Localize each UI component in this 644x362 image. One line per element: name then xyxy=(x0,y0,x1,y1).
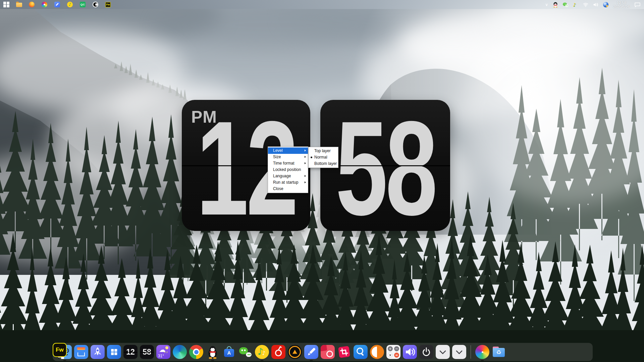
running-indicator xyxy=(58,357,61,358)
dock-app-store[interactable]: A xyxy=(222,345,236,359)
chevron-down-icon xyxy=(436,345,450,359)
dock-power[interactable] xyxy=(419,345,433,359)
minutes-digits: 58 xyxy=(335,101,435,235)
notifications-icon[interactable] xyxy=(634,2,641,7)
media-player-icon xyxy=(93,2,98,7)
drawer-icon xyxy=(77,352,85,356)
submenu-item-bottom-layer[interactable]: Bottom layer xyxy=(309,161,338,167)
dock-wechat[interactable] xyxy=(238,345,253,359)
dock-windows-start[interactable] xyxy=(107,345,121,359)
taskbar-pinwheel-browser[interactable] xyxy=(42,2,48,8)
fireworks-logo-icon: Fw xyxy=(56,344,64,356)
running-indicator xyxy=(211,360,214,361)
dock-chrome-browser[interactable] xyxy=(189,345,203,359)
tray-time: 12:58 xyxy=(613,1,630,5)
taskbar-file-explorer[interactable] xyxy=(16,2,22,8)
dock: 12 58 ☁ ⚡⚡ 31° A ♪ ♪ G xyxy=(53,343,593,361)
dock-screen-recorder[interactable] xyxy=(321,345,335,359)
dock-qq[interactable] xyxy=(206,345,220,359)
flip-clock-minutes-card[interactable]: 58 xyxy=(320,100,450,231)
running-indicator xyxy=(261,360,264,361)
dock-fireworks[interactable]: Fw xyxy=(53,343,67,357)
start-button[interactable] xyxy=(3,2,9,8)
chevron-down-icon xyxy=(452,345,466,359)
dock-search[interactable] xyxy=(354,345,368,359)
tray-wechat-icon[interactable] xyxy=(563,2,568,7)
submenu-arrow-icon xyxy=(305,162,306,164)
music-note-icon: ♪ xyxy=(67,2,73,7)
submenu-item-top-layer[interactable]: Top layer xyxy=(309,148,338,154)
dock-rocket-launcher[interactable] xyxy=(91,345,105,359)
desktop: ♪ QC Fw ∨ ♪ 12:58 2020/6/26 xyxy=(0,0,644,362)
tray-clock[interactable]: 12:58 2020/6/26 xyxy=(613,1,630,9)
plus-icon: + xyxy=(388,346,393,351)
dock-qq-music[interactable]: ♪ ♪ xyxy=(255,345,269,359)
menu-item-size[interactable]: Size xyxy=(268,154,308,160)
equals-icon: = xyxy=(394,353,399,358)
running-indicator xyxy=(63,360,66,361)
level-submenu: Top layer Normal Bottom layer xyxy=(308,147,338,168)
drawer-stripes-icon xyxy=(77,347,85,350)
submenu-item-normal[interactable]: Normal xyxy=(309,154,338,161)
tray-network-globe-icon[interactable] xyxy=(603,2,608,7)
dock-calculator[interactable]: + − × = xyxy=(386,345,400,359)
menu-item-language[interactable]: Language xyxy=(268,173,308,179)
taskbar-notes[interactable] xyxy=(54,2,60,8)
taskbar-qc-app[interactable]: QC xyxy=(80,2,86,8)
tray-qq-icon[interactable] xyxy=(553,2,558,7)
dock-notes[interactable] xyxy=(304,345,318,359)
windows-logo-icon xyxy=(111,349,117,355)
sun-icon xyxy=(165,346,168,349)
dock-weather[interactable]: ☁ ⚡⚡ 31° xyxy=(156,345,170,359)
dock-pinwheel-browser[interactable] xyxy=(475,345,489,359)
windows-logo-icon xyxy=(3,2,9,8)
tray-chevron-icon[interactable]: ∨ xyxy=(545,2,548,7)
dock-separator xyxy=(471,345,471,359)
taskbar-firefox[interactable] xyxy=(29,2,35,8)
submenu-arrow-icon xyxy=(305,156,306,158)
dock-chevron-down-2[interactable] xyxy=(452,345,466,359)
rocket-icon xyxy=(91,345,105,359)
pinwheel-icon xyxy=(42,2,47,7)
pencil-icon xyxy=(304,345,318,359)
menu-item-run-at-startup[interactable]: Run at startup xyxy=(268,179,308,186)
context-menu: Level Size Time format Locked position L… xyxy=(268,146,308,193)
taskbar: ♪ QC Fw ∨ ♪ 12:58 2020/6/26 xyxy=(0,0,644,9)
qc-icon: QC xyxy=(80,2,86,7)
menu-item-close[interactable]: Close xyxy=(268,186,308,192)
tray-date: 2020/6/26 xyxy=(613,5,630,9)
dock-contrast[interactable] xyxy=(370,345,384,359)
multiply-icon: × xyxy=(388,353,393,358)
temperature-label: 31° xyxy=(158,354,164,358)
dock-edge-browser[interactable] xyxy=(173,345,187,359)
taskbar-fireworks[interactable]: Fw xyxy=(105,2,111,8)
volume-icon[interactable] xyxy=(593,2,598,7)
menu-item-level[interactable]: Level xyxy=(268,147,308,154)
menu-item-locked-position[interactable]: Locked position xyxy=(268,167,308,173)
dock-chevron-down[interactable] xyxy=(436,345,450,359)
dock-netease-music[interactable] xyxy=(271,345,285,359)
power-icon xyxy=(419,345,433,359)
appstore-a-icon: A xyxy=(224,349,234,357)
submenu-arrow-icon xyxy=(305,175,306,177)
dock-flip-clock-minutes[interactable]: 58 xyxy=(140,345,154,359)
taskbar-media-player[interactable] xyxy=(93,2,99,8)
flip-split-line xyxy=(320,165,450,166)
tray-music-note-icon[interactable]: ♪ xyxy=(573,2,578,7)
submenu-arrow-icon xyxy=(305,181,306,183)
submenu-arrow-icon xyxy=(305,149,306,152)
fireworks-icon: Fw xyxy=(105,2,111,7)
firefox-icon xyxy=(29,2,35,7)
dock-recycle-folder[interactable]: ♻ xyxy=(492,345,506,359)
flip-hours-icon: 12 xyxy=(123,345,138,359)
dock-flip-clock-hours[interactable]: 12 xyxy=(123,345,138,359)
crop-icon xyxy=(337,345,351,359)
dock-aimp-player[interactable] xyxy=(288,345,302,359)
dock-launchpad-drawer[interactable] xyxy=(74,345,88,359)
flip-minutes-icon: 58 xyxy=(140,345,154,359)
menu-item-time-format[interactable]: Time format xyxy=(268,160,308,167)
dock-volume-mixer[interactable] xyxy=(403,345,417,359)
wifi-icon[interactable] xyxy=(583,2,588,7)
taskbar-music-player[interactable]: ♪ xyxy=(67,2,73,8)
dock-screenshot-crop[interactable] xyxy=(337,345,351,359)
